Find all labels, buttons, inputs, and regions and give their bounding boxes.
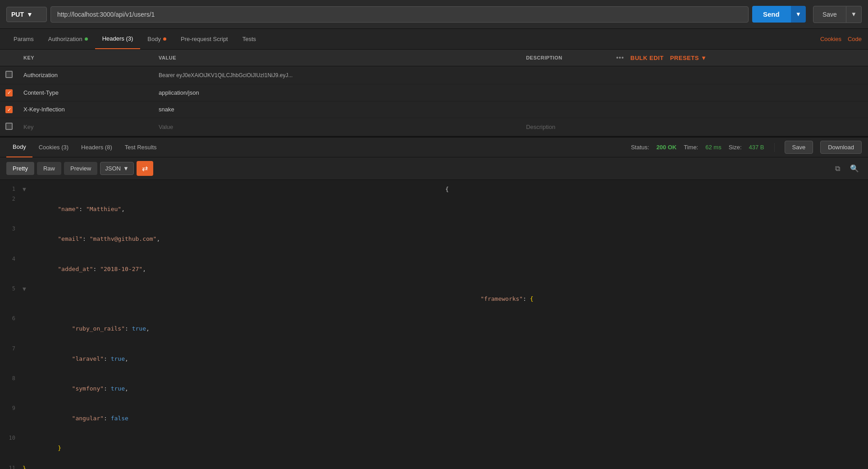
row4-checkbox-cell[interactable] bbox=[0, 118, 18, 136]
row2-value[interactable]: application/json bbox=[153, 84, 521, 101]
method-select[interactable]: PUT ▼ bbox=[6, 7, 47, 22]
tab-tests-label: Tests bbox=[242, 36, 256, 42]
response-tab-cookies[interactable]: Cookies (3) bbox=[32, 138, 75, 157]
status-value: 200 OK bbox=[656, 144, 676, 151]
format-chevron-icon: ▼ bbox=[123, 165, 129, 172]
line-num-6: 6 bbox=[0, 314, 23, 323]
response-meta: Status: 200 OK Time: 62 ms Size: 437 B S… bbox=[631, 141, 862, 154]
row4-key[interactable]: Key bbox=[18, 118, 153, 136]
table-row: Content-Type application/json bbox=[0, 84, 868, 101]
copy-icon: ⧉ bbox=[835, 165, 840, 172]
row3-description[interactable] bbox=[521, 101, 611, 118]
cookies-link[interactable]: Cookies bbox=[820, 36, 841, 42]
bulk-edit-button[interactable]: Bulk Edit bbox=[630, 55, 664, 61]
line-num-1: 1 bbox=[0, 184, 23, 193]
tab-body-label: Body bbox=[147, 36, 161, 42]
th-checkbox bbox=[0, 50, 18, 66]
more-options-button[interactable]: ••• bbox=[616, 54, 624, 61]
row4-actions bbox=[611, 118, 868, 136]
line-num-3: 3 bbox=[0, 224, 23, 233]
search-button[interactable]: 🔍 bbox=[847, 162, 862, 175]
authorization-dot bbox=[85, 37, 88, 41]
tab-body[interactable]: Body bbox=[140, 29, 174, 49]
body-dot bbox=[163, 37, 166, 41]
row2-description[interactable] bbox=[521, 84, 611, 101]
row1-value[interactable]: Bearer eyJ0eXAiOiJKV1QiLCJhbGciOiJIUzI1N… bbox=[153, 66, 521, 84]
code-line-3: 3 "email": "matthv@github.com", bbox=[0, 224, 868, 254]
copy-button[interactable]: ⧉ bbox=[832, 163, 843, 175]
code-line-11: 11 } bbox=[0, 464, 868, 469]
row2-checkbox-cell[interactable] bbox=[0, 84, 18, 101]
format-label: JSON bbox=[105, 165, 121, 172]
format-select[interactable]: JSON ▼ bbox=[100, 162, 134, 175]
time-label: Time: bbox=[684, 144, 698, 151]
presets-button[interactable]: Presets ▼ bbox=[670, 55, 707, 61]
tab-pre-request-script[interactable]: Pre-request Script bbox=[174, 29, 235, 49]
tab-pre-request-label: Pre-request Script bbox=[181, 36, 228, 42]
pretty-button[interactable]: Pretty bbox=[6, 162, 34, 175]
code-line-6: 6 "ruby_on_rails": true, bbox=[0, 314, 868, 344]
save-button[interactable]: Save bbox=[813, 6, 846, 23]
url-input[interactable] bbox=[50, 6, 749, 23]
preview-button[interactable]: Preview bbox=[64, 162, 97, 175]
row4-checkbox[interactable] bbox=[5, 123, 13, 130]
request-tabs-bar: Params Authorization Headers (3) Body Pr… bbox=[0, 29, 868, 50]
collapse-5[interactable]: ▼ bbox=[23, 284, 445, 294]
table-row: X-Key-Inflection snake bbox=[0, 101, 868, 118]
response-save-button[interactable]: Save bbox=[785, 141, 813, 154]
line-num-8: 8 bbox=[0, 374, 23, 383]
row3-checkbox[interactable] bbox=[5, 106, 13, 113]
tab-tests[interactable]: Tests bbox=[235, 29, 263, 49]
row3-actions bbox=[611, 101, 868, 118]
row4-description[interactable]: Description bbox=[521, 118, 611, 136]
method-chevron-icon: ▼ bbox=[27, 11, 33, 18]
code-link[interactable]: Code bbox=[848, 36, 862, 42]
presets-chevron-icon: ▼ bbox=[701, 55, 707, 61]
th-value: VALUE bbox=[153, 50, 521, 66]
tab-params-label: Params bbox=[14, 36, 34, 42]
line-num-10: 10 bbox=[0, 433, 23, 442]
row2-checkbox[interactable] bbox=[5, 89, 13, 97]
tab-params[interactable]: Params bbox=[6, 29, 41, 49]
code-line-1: 1 ▼ { bbox=[0, 184, 868, 194]
raw-button[interactable]: Raw bbox=[37, 162, 61, 175]
wrap-icon: ⇄ bbox=[142, 165, 148, 172]
row1-actions bbox=[611, 66, 868, 84]
response-tab-test-results[interactable]: Test Results bbox=[119, 138, 163, 157]
code-line-2: 2 "name": "Matthieu", bbox=[0, 194, 868, 224]
response-tab-headers[interactable]: Headers (8) bbox=[75, 138, 119, 157]
row3-key[interactable]: X-Key-Inflection bbox=[18, 101, 153, 118]
th-key: KEY bbox=[18, 50, 153, 66]
line-num-11: 11 bbox=[0, 464, 23, 469]
row3-value[interactable]: snake bbox=[153, 101, 521, 118]
response-download-button[interactable]: Download bbox=[820, 141, 862, 154]
row1-checkbox-cell[interactable] bbox=[0, 66, 18, 84]
tab-authorization[interactable]: Authorization bbox=[41, 29, 95, 49]
save-label: Save bbox=[822, 11, 837, 18]
send-button[interactable]: Send bbox=[752, 6, 790, 23]
tab-authorization-label: Authorization bbox=[48, 36, 82, 42]
line-num-5: 5 bbox=[0, 284, 23, 293]
row2-key[interactable]: Content-Type bbox=[18, 84, 153, 101]
row1-key[interactable]: Authorization bbox=[18, 66, 153, 84]
send-dropdown-button[interactable]: ▼ bbox=[790, 6, 806, 23]
time-value: 62 ms bbox=[705, 144, 721, 151]
row3-checkbox-cell[interactable] bbox=[0, 101, 18, 118]
tabs-right: Cookies Code bbox=[820, 36, 862, 42]
collapse-1[interactable]: ▼ bbox=[23, 184, 445, 194]
wrap-button[interactable]: ⇄ bbox=[137, 161, 153, 176]
table-row: Authorization Bearer eyJ0eXAiOiJKV1QiLCJ… bbox=[0, 66, 868, 84]
response-tab-body[interactable]: Body bbox=[6, 137, 32, 157]
method-label: PUT bbox=[11, 11, 24, 18]
row4-value[interactable]: Value bbox=[153, 118, 521, 136]
row1-checkbox[interactable] bbox=[5, 71, 13, 78]
row1-description[interactable] bbox=[521, 66, 611, 84]
code-line-9: 9 "angular": false bbox=[0, 404, 868, 433]
line-num-2: 2 bbox=[0, 194, 23, 203]
search-icon: 🔍 bbox=[850, 165, 859, 172]
tab-headers[interactable]: Headers (3) bbox=[95, 29, 141, 49]
th-actions: ••• Bulk Edit Presets ▼ bbox=[611, 50, 868, 66]
json-code-area: 1 ▼ { 2 "name": "Matthieu", 3 "email": "… bbox=[0, 180, 868, 469]
code-line-4: 4 "added_at": "2018-10-27", bbox=[0, 254, 868, 284]
save-dropdown-button[interactable]: ▼ bbox=[846, 6, 862, 23]
